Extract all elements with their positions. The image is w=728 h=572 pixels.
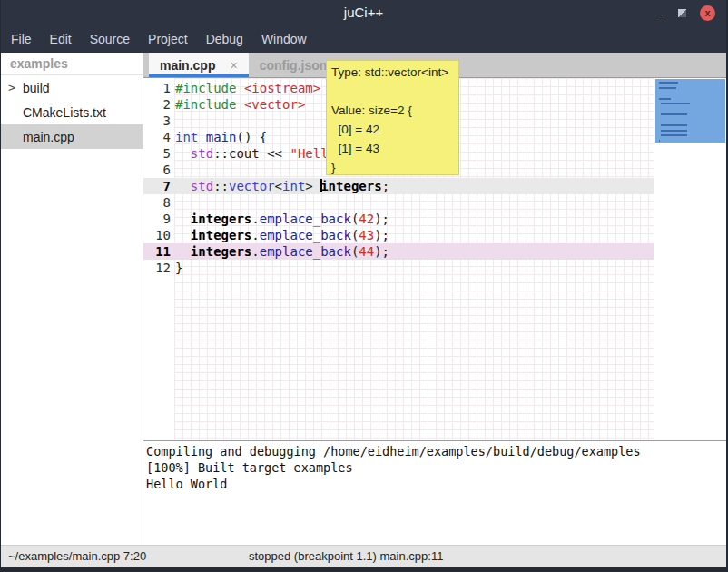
minimap-viewport[interactable] [655,79,725,143]
minimap-code-line [659,82,678,84]
line-number[interactable]: 3 [143,113,171,129]
terminal-line: [100%] Built target examples [146,459,723,476]
menu-item-project[interactable]: Project [139,32,197,46]
tooltip-line [331,82,454,101]
minimap-code-line [661,113,687,115]
line-number[interactable]: 11 [143,243,171,260]
app-window: juCi++ – x FileEditSourceProjectDebugWin… [0,0,728,572]
code-line: integers.emplace_back(43); [175,227,412,243]
statusbar: ~/examples/main.cpp 7:20 stopped (breakp… [1,545,726,567]
titlebar: juCi++ – x [1,0,726,25]
project-name-header: examples [1,53,143,75]
sidebar-item-cmakelists-txt[interactable]: CMakeLists.txt [1,100,143,124]
minimap-code-line [661,124,687,126]
code-line: } [175,260,412,276]
minimap-code-line [661,103,690,104]
tooltip-line: [0] = 42 [331,120,454,139]
line-number[interactable]: 2 [143,96,171,113]
terminal-line: Hello World [146,476,723,492]
menu-item-window[interactable]: Window [252,32,316,46]
close-icon[interactable]: x [700,5,715,21]
line-number[interactable]: 4 [143,129,171,145]
line-number[interactable]: 10 [143,227,171,243]
line-number[interactable]: 8 [143,194,171,211]
window-controls: – x [654,0,715,25]
menu-item-edit[interactable]: Edit [41,32,81,46]
debug-tooltip: Type: std::vector<int>Value: size=2 { [0… [326,60,459,175]
tooltip-line: [1] = 43 [331,139,454,158]
minimap-code-line [661,134,687,136]
menubar: FileEditSourceProjectDebugWindow [1,25,726,53]
menu-item-file[interactable]: File [2,32,41,46]
window-title: juCi++ [1,0,726,25]
status-file-position: ~/examples/main.cpp 7:20 [8,549,146,563]
chevron-right-icon[interactable]: > [8,81,15,94]
minimap-code-line [659,87,676,89]
code-line: integers.emplace_back(42); [175,211,412,227]
line-number-gutter[interactable]: 123456789101112 [143,80,171,276]
file-label: CMakeLists.txt [23,105,106,120]
line-number[interactable]: 7 [143,178,171,194]
menu-item-debug[interactable]: Debug [197,32,252,46]
tab-label: config.json [260,58,328,73]
maximize-icon[interactable] [678,9,686,17]
status-debug-state: stopped (breakpoint 1.1) main.cpp:11 [249,549,443,563]
tab-label: main.cpp [160,58,215,73]
minimize-icon[interactable]: – [654,5,664,21]
tab-config-json[interactable]: config.json [249,53,339,77]
code-line [175,194,412,211]
file-label: main.cpp [23,130,74,144]
close-tab-icon[interactable]: × [230,58,237,73]
sidebar-item-main-cpp[interactable]: main.cpp [1,124,143,149]
minimap-code-line [661,130,687,132]
file-browser-sidebar: examples >buildCMakeLists.txtmain.cpp [1,53,143,545]
line-number[interactable]: 1 [143,80,171,96]
sidebar-item-build[interactable]: >build [1,75,143,100]
line-number[interactable]: 9 [143,211,171,227]
line-number[interactable]: 6 [143,162,171,178]
terminal-output[interactable]: Compiling and debugging /home/eidheim/ex… [143,440,726,545]
minimap-code-line [659,140,660,142]
line-number[interactable]: 5 [143,145,171,162]
tooltip-line: Type: std::vector<int> [331,63,454,82]
minimap-code-line [659,98,671,100]
tooltip-line: Value: size=2 { [331,101,454,120]
tab-main-cpp[interactable]: main.cpp× [149,53,249,77]
code-line: std::vector<int> integers; [175,178,412,194]
file-tree: >buildCMakeLists.txtmain.cpp [1,75,143,149]
line-number[interactable]: 12 [143,260,171,276]
window-border [1,567,726,572]
menu-item-source[interactable]: Source [81,32,139,46]
terminal-line: Compiling and debugging /home/eidheim/ex… [146,443,723,459]
tooltip-line: } [331,158,454,175]
file-label: build [23,81,50,95]
code-line: integers.emplace_back(44); [175,243,412,260]
